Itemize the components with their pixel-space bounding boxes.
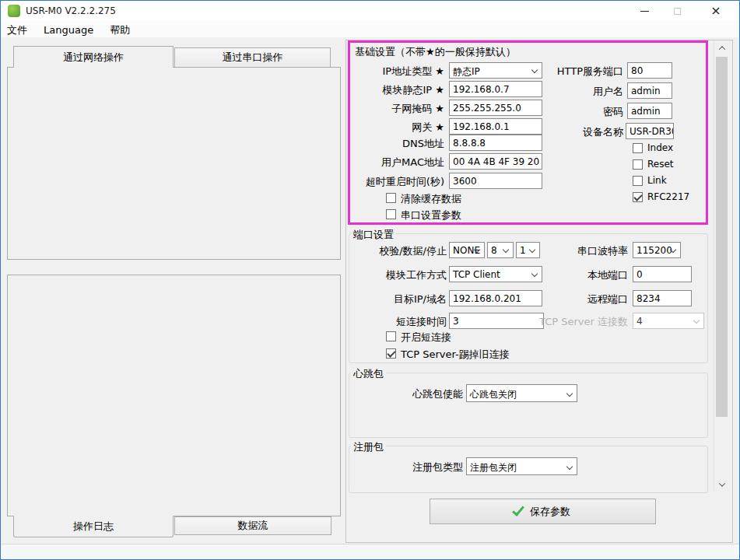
stopbits-value: 1: [520, 245, 526, 256]
dns-field[interactable]: 8.8.8.8: [449, 135, 542, 151]
work-mode-value: TCP Client: [453, 269, 500, 280]
register-type-select[interactable]: 注册包关闭: [466, 457, 577, 475]
tcp-server-conns-select: 4: [633, 313, 704, 329]
menu-help[interactable]: 帮助: [103, 21, 136, 40]
static-ip-label: 模块静态IP ★: [349, 83, 444, 97]
baud-value: 115200: [637, 245, 672, 256]
username-field[interactable]: admin: [627, 82, 672, 99]
http-port-label: HTTP服务端口: [538, 65, 623, 79]
chevron-down-icon: [566, 390, 573, 397]
short-conn-checkbox[interactable]: [386, 331, 396, 341]
register-type-label: 注册包类型: [366, 460, 463, 474]
scrollbar-thumb[interactable]: [716, 57, 728, 417]
rfc2217-label: RFC2217: [647, 191, 689, 202]
chevron-down-icon: [531, 67, 538, 73]
remote-port-label: 远程端口: [545, 292, 628, 306]
chevron-down-icon: [693, 317, 700, 324]
parity-label: 校验/数据/停止: [349, 244, 447, 258]
databits-select[interactable]: 8: [487, 242, 514, 258]
local-port-label: 本地端口: [545, 268, 628, 282]
app-window: USR-M0 V2.2.2.275 × 文件 Language 帮助 通过串口操…: [0, 0, 740, 560]
register-type-value: 注册包关闭: [470, 462, 517, 473]
link-checkbox[interactable]: [633, 176, 643, 186]
username-label: 用户名: [538, 85, 623, 99]
serial-setup-label: 串口设置参数: [401, 208, 461, 222]
close-icon: ×: [710, 5, 721, 17]
tcp-server-conns-label: TCP Server 连接数: [538, 315, 628, 329]
scroll-down-button[interactable]: [714, 478, 730, 491]
heartbeat-title: 心跳包: [351, 367, 386, 381]
maximize-icon: [674, 8, 681, 15]
chevron-up-icon: [719, 46, 725, 52]
link-label: Link: [647, 175, 667, 186]
settings-scrollbar[interactable]: [714, 41, 729, 491]
tcp-server-conns-value: 4: [637, 316, 643, 327]
baud-label: 串口波特率: [545, 244, 628, 258]
minimize-button[interactable]: [628, 1, 661, 21]
menu-language[interactable]: Language: [37, 22, 100, 38]
work-mode-select[interactable]: TCP Client: [449, 266, 542, 282]
heartbeat-enable-label: 心跳包使能: [366, 387, 463, 401]
tab-data-stream[interactable]: 数据流: [174, 516, 331, 535]
index-checkbox[interactable]: [633, 143, 643, 153]
user-mac-label: 用户MAC地址: [349, 156, 444, 170]
reset-label: Reset: [647, 159, 674, 170]
static-ip-field[interactable]: 192.168.0.7: [449, 81, 542, 97]
subnet-field[interactable]: 255.255.255.0: [449, 100, 542, 116]
chevron-down-icon: [529, 247, 535, 253]
menu-file[interactable]: 文件: [1, 21, 33, 40]
short-conn-time-label: 短连接时间: [349, 315, 447, 329]
dns-label: DNS地址: [349, 137, 444, 151]
databits-value: 8: [491, 245, 497, 256]
user-mac-field[interactable]: 00 4A 4B 4F 39 20: [449, 153, 542, 170]
heartbeat-enable-select[interactable]: 心跳包关闭: [466, 384, 577, 402]
log-tab-page: [7, 275, 341, 516]
window-title: USR-M0 V2.2.2.275: [26, 5, 116, 16]
chevron-down-icon: [566, 464, 573, 470]
baud-select[interactable]: 115200: [633, 242, 681, 258]
tab-serial-operation[interactable]: 通过串口操作: [174, 47, 331, 68]
password-field[interactable]: admin: [627, 103, 672, 119]
register-title: 注册包: [351, 440, 386, 454]
kick-old-checkbox[interactable]: [386, 348, 396, 359]
chevron-down-icon: [503, 247, 509, 253]
chevron-down-icon: [719, 480, 725, 486]
ip-type-select[interactable]: 静态IP: [449, 62, 542, 79]
save-params-button[interactable]: 保存参数: [430, 499, 656, 524]
timeout-field[interactable]: 3600: [449, 173, 542, 189]
tab-network-operation[interactable]: 通过网络操作: [13, 46, 174, 68]
clear-cache-checkbox[interactable]: [386, 193, 396, 203]
port-settings-title: 端口设置: [351, 228, 396, 242]
status-bar: [1, 544, 739, 560]
close-button[interactable]: ×: [696, 1, 736, 21]
heartbeat-group: [349, 373, 708, 438]
local-port-field[interactable]: 0: [633, 266, 692, 282]
http-port-field[interactable]: 80: [627, 62, 672, 79]
subnet-label: 子网掩码 ★: [349, 102, 444, 116]
basic-settings-title: 基础设置（不带★的一般保持默认）: [355, 45, 516, 59]
index-label: Index: [647, 142, 673, 153]
gateway-label: 网关 ★: [349, 121, 444, 135]
serial-setup-checkbox[interactable]: [386, 209, 396, 219]
chevron-down-icon: [531, 271, 538, 277]
short-conn-time-field[interactable]: 3: [449, 313, 544, 329]
heartbeat-enable-value: 心跳包关闭: [470, 389, 517, 400]
device-name-field[interactable]: USR-DR302: [626, 123, 674, 139]
rfc2217-checkbox[interactable]: [633, 192, 643, 202]
target-ip-field[interactable]: 192.168.0.201: [449, 290, 542, 306]
network-tab-page: [7, 67, 341, 260]
reset-checkbox[interactable]: [633, 159, 643, 170]
scroll-up-button[interactable]: [714, 41, 730, 54]
check-icon: [512, 503, 524, 516]
password-label: 密码: [538, 105, 623, 119]
tab-operation-log[interactable]: 操作日志: [13, 516, 174, 537]
gateway-field[interactable]: 192.168.0.1: [449, 118, 542, 135]
save-params-label: 保存参数: [530, 505, 570, 519]
device-name-label: 设备名称: [538, 125, 623, 139]
stopbits-select[interactable]: 1: [516, 242, 540, 258]
parity-select[interactable]: NONE: [449, 242, 485, 258]
title-bar: USR-M0 V2.2.2.275 ×: [1, 1, 739, 21]
timeout-label: 超时重启时间(秒): [349, 175, 444, 189]
menu-bar: 文件 Language 帮助: [1, 21, 739, 37]
remote-port-field[interactable]: 8234: [633, 290, 692, 306]
